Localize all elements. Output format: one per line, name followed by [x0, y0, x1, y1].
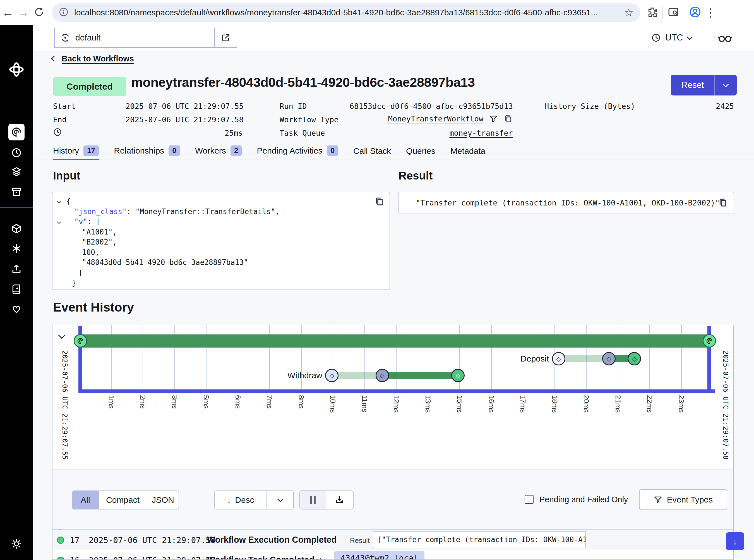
sort-desc-button[interactable]: ↓Desc	[215, 491, 267, 509]
tab-count-badge: 2	[230, 145, 242, 156]
site-info-icon[interactable]	[59, 7, 69, 18]
tab-workers[interactable]: Workers2	[195, 145, 242, 160]
timeline-event-marker[interactable]: ◇	[325, 369, 339, 382]
download-button[interactable]	[326, 491, 353, 509]
pending-failed-checkbox[interactable]	[525, 495, 533, 504]
timeline-tick-label: 20ms	[582, 395, 590, 413]
view-all-button[interactable]: All	[73, 491, 99, 509]
event-row[interactable]: 16 2025-07-06 UTC 21:29:07.58 Workflow T…	[53, 550, 733, 560]
temporal-logo-icon[interactable]	[8, 61, 24, 79]
browser-menu-icon[interactable]: ⋮	[705, 6, 716, 19]
timeline-span-active-bar[interactable]	[382, 372, 458, 379]
clock-icon	[651, 33, 661, 42]
bookmark-star-icon[interactable]: ☆	[624, 6, 633, 19]
tab-metadata[interactable]: Metadata	[450, 146, 485, 160]
timeline-span-pending-bar[interactable]	[559, 355, 609, 362]
timeline-event-marker[interactable]: ◇	[602, 352, 616, 365]
input-heading: Input	[53, 169, 80, 182]
sidebar-divider	[0, 207, 33, 208]
start-value: 2025-07-06 UTC 21:29:07.55	[126, 101, 243, 112]
url-text[interactable]: localhost:8080/namespaces/default/workfl…	[74, 8, 624, 17]
workflow-end-marker[interactable]	[702, 334, 716, 347]
timeline-event-marker[interactable]: ◇	[628, 352, 641, 365]
workflow-start-marker[interactable]	[74, 334, 87, 347]
event-history-heading: Event History	[53, 300, 134, 315]
filter-funnel-icon[interactable]	[489, 115, 498, 123]
json-line: "B2002",	[53, 237, 390, 247]
tabs-separator	[33, 159, 754, 159]
sidebar-item-feedback[interactable]	[11, 304, 22, 316]
timeline-event-marker[interactable]: ◇	[552, 352, 565, 365]
pause-button[interactable]	[300, 491, 326, 509]
timeline-span-pending-bar[interactable]	[332, 372, 382, 379]
reset-dropdown-button[interactable]	[714, 75, 737, 96]
sidebar-item-workflows[interactable]	[8, 124, 24, 140]
tab-history[interactable]: History17	[53, 145, 99, 160]
browser-forward-icon[interactable]: →	[16, 6, 31, 19]
workflow-type-link[interactable]: MoneyTransferWorkflow	[388, 114, 483, 124]
chevron-down-icon	[687, 34, 693, 40]
event-id-link[interactable]: 17	[70, 536, 80, 545]
tab-pending-activities[interactable]: Pending Activities0	[257, 145, 338, 160]
event-types-button[interactable]: Event Types	[639, 489, 727, 510]
copy-icon[interactable]	[717, 197, 728, 209]
timeline-tick-label: 10ms	[328, 395, 337, 413]
theme-toggle-sun-icon[interactable]	[11, 538, 22, 551]
address-bar[interactable]: localhost:8080/namespaces/default/workfl…	[52, 3, 640, 22]
browser-reload-icon[interactable]	[31, 7, 47, 18]
workflow-execution-span-bar[interactable]	[80, 335, 710, 347]
timezone-selector[interactable]: UTC	[651, 31, 692, 45]
event-result-preview[interactable]: ["Transfer complete (transaction IDs: OK…	[373, 531, 586, 548]
event-time: 2025-07-06 UTC 21:29:07.58	[89, 556, 216, 560]
tab-search-icon[interactable]	[668, 6, 679, 19]
timeline-tick-label: 13ms	[424, 395, 432, 413]
copy-icon[interactable]	[374, 196, 385, 208]
event-id-link[interactable]: 16	[70, 556, 80, 560]
sidebar-item-deployments[interactable]	[11, 223, 22, 235]
workflow-type-cell: MoneyTransferWorkflow	[318, 114, 513, 124]
tab-relationships[interactable]: Relationships0	[114, 145, 180, 160]
sidebar-item-batch[interactable]	[11, 186, 22, 198]
profile-avatar-icon[interactable]	[689, 5, 701, 20]
timeline-event-marker[interactable]: ◇	[375, 369, 389, 382]
sidebar-item-namespaces[interactable]	[11, 243, 22, 255]
copy-icon[interactable]	[504, 114, 513, 124]
timeline-end-timestamp: 2025-07-06 UTC 21:29:07.58	[721, 351, 730, 460]
tab-queries[interactable]: Queries	[406, 146, 435, 160]
sidebar-item-schedules[interactable]	[11, 147, 22, 159]
result-value: "Transfer complete (transaction IDs: OKW…	[416, 192, 720, 214]
namespace-name: default	[75, 33, 100, 42]
view-compact-button[interactable]: Compact	[99, 491, 147, 509]
app-topbar: default UTC	[33, 25, 754, 51]
reset-button[interactable]: Reset	[671, 75, 714, 96]
event-row[interactable]: 17 2025-07-06 UTC 21:29:07.58 Workflow E…	[53, 530, 733, 550]
namespace-selector[interactable]: default	[54, 28, 237, 48]
json-collapse-chevron[interactable]	[57, 199, 61, 203]
view-json-button[interactable]: JSON	[147, 491, 179, 509]
timeline-span-label: Withdraw	[205, 369, 322, 381]
labs-mode-glasses-icon[interactable]	[716, 30, 734, 45]
history-size-value: 2425	[673, 101, 734, 112]
browser-back-icon[interactable]: ←	[0, 6, 16, 19]
namespace-external-link-icon[interactable]	[215, 33, 237, 42]
timeline-tick-label: 1ms	[107, 395, 116, 409]
task-queue-link[interactable]: money-transfer	[449, 129, 513, 137]
workflows-spiral-icon	[11, 127, 22, 137]
scroll-to-bottom-button[interactable]: ↓	[726, 532, 744, 550]
tab-call-stack[interactable]: Call Stack	[353, 146, 391, 160]
timeline-event-marker[interactable]: ◇	[451, 369, 465, 382]
json-line: "json_class": "MoneyTransfer::TransferDe…	[53, 206, 390, 217]
back-to-workflows-link[interactable]: Back to Workflows	[62, 54, 134, 63]
timeline-collapse-chevron[interactable]	[59, 333, 64, 339]
timeline-tick-label: 12ms	[392, 395, 401, 413]
extensions-puzzle-icon[interactable]	[647, 6, 658, 19]
filter-funnel-icon	[654, 495, 663, 504]
arrow-down-icon: ↓	[227, 495, 231, 505]
timeline-tick-label: 15ms	[455, 395, 464, 413]
sort-dropdown-button[interactable]	[267, 491, 293, 509]
sidebar-item-stack[interactable]	[11, 166, 22, 178]
sidebar-item-import[interactable]	[11, 264, 22, 276]
result-heading: Result	[399, 169, 432, 182]
sidebar-item-docs[interactable]	[11, 284, 22, 295]
json-collapse-chevron[interactable]	[57, 219, 61, 224]
